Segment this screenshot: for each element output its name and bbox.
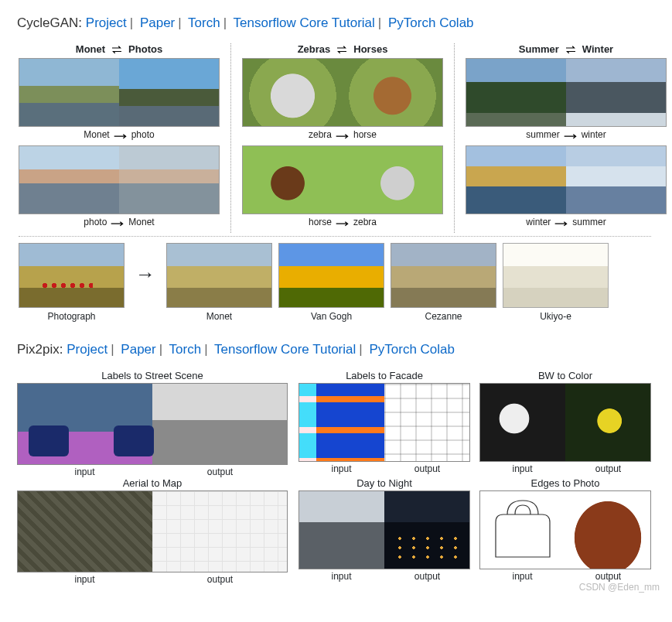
cg-col-monet: Monet Photos Monet photo photo Monet	[19, 43, 220, 233]
pair-monet-photo	[19, 58, 220, 127]
cyclegan-link-torch[interactable]: Torch	[188, 15, 220, 30]
io-label: output	[565, 571, 651, 582]
io-label: output	[152, 574, 288, 585]
cyclegan-link-project[interactable]: Project	[86, 15, 127, 30]
pix2pix-link-paper[interactable]: Paper	[121, 342, 155, 357]
cg-col-season: Summer Winter summer winter winter summe…	[466, 43, 667, 233]
cyclegan-link-paper[interactable]: Paper	[140, 15, 175, 30]
io-label: input	[17, 574, 152, 585]
io-label: input	[479, 463, 565, 474]
pix2pix-name: Pix2pix	[17, 342, 60, 357]
cap: zebra	[309, 129, 332, 140]
p2p-title: Aerial to Map	[123, 477, 182, 489]
io-label: input	[17, 466, 152, 477]
pix2pix-link-torch[interactable]: Torch	[169, 342, 202, 357]
p2p-aerial: Aerial to Map inputoutput	[17, 477, 288, 585]
cap: horse	[309, 217, 332, 227]
io-label: output	[384, 463, 470, 474]
p2p-day: Day to Night inputoutput	[298, 477, 470, 582]
swap-icon	[110, 45, 124, 54]
arrow-right-icon	[335, 131, 350, 138]
cg-head-a: Summer	[519, 43, 559, 55]
cg-head-b: Horses	[353, 43, 387, 55]
cap: winter	[526, 217, 551, 227]
p2p-title: Labels to Street Scene	[101, 370, 203, 381]
cg-head-a: Monet	[76, 43, 105, 55]
cap: winter	[582, 129, 606, 140]
p2p-title: Day to Night	[356, 477, 412, 489]
arrow-right-icon	[113, 131, 128, 138]
pix2pix-link-colab[interactable]: PyTorch Colab	[369, 342, 455, 357]
pair-photo-monet	[19, 145, 220, 214]
cg-col-zebra: Zebras Horses zebra horse horse zebra	[242, 43, 443, 233]
cyclegan-name: CycleGAN	[17, 15, 78, 30]
p2p-bw: BW to Color inputoutput	[479, 370, 651, 474]
p2p-title: Labels to Facade	[346, 370, 423, 381]
style-transfer-row: Photograph → Monet Van Gogh Cezanne Ukiy…	[19, 243, 651, 322]
pix2pix-link-project[interactable]: Project	[67, 342, 107, 357]
style-label: Ukiyo-e	[540, 311, 571, 322]
style-src-image	[19, 243, 125, 308]
cyclegan-link-tf[interactable]: Tensorflow Core Tutorial	[234, 15, 375, 30]
p2p-title: Edges to Photo	[531, 477, 600, 489]
io-label: input	[298, 463, 384, 474]
cap: Monet	[128, 217, 154, 227]
cap: summer	[572, 217, 605, 227]
arrow-right-icon	[563, 131, 578, 138]
cyclegan-link-colab[interactable]: PyTorch Colab	[388, 15, 474, 30]
p2p-title: BW to Color	[538, 370, 592, 381]
arrow-right-icon: →	[131, 262, 160, 303]
swap-icon	[335, 45, 349, 54]
cg-head-b: Winter	[582, 43, 613, 55]
arrow-right-icon	[554, 218, 569, 226]
p2p-edges: Edges to Photo inputoutput	[479, 477, 651, 582]
cap: photo	[84, 217, 107, 227]
io-label: input	[298, 571, 384, 582]
cap: photo	[131, 129, 155, 140]
p2p-street: Labels to Street Scene inputoutput	[17, 370, 288, 477]
pix2pix-figure: Labels to Street Scene inputoutput Aeria…	[17, 370, 651, 585]
cap: Monet	[84, 129, 109, 140]
arrow-right-icon	[110, 218, 125, 226]
arrow-right-icon	[335, 218, 350, 226]
pix2pix-link-tf[interactable]: Tensorflow Core Tutorial	[214, 342, 356, 357]
style-label: Van Gogh	[311, 311, 352, 322]
style-label: Cezanne	[425, 311, 462, 322]
style-label: Monet	[206, 311, 232, 322]
io-label: output	[152, 466, 288, 477]
swap-icon	[564, 45, 578, 54]
watermark: CSDN @Eden_mm	[579, 582, 660, 593]
cap: summer	[526, 129, 559, 140]
cg-head-b: Photos	[128, 43, 162, 55]
cyclegan-heading: CycleGAN: Project| Paper| Torch| Tensorf…	[17, 15, 655, 31]
io-label: output	[384, 571, 470, 582]
io-label: output	[565, 463, 651, 474]
pix2pix-heading: Pix2pix: Project| Paper| Torch| Tensorfl…	[17, 342, 655, 357]
cap: horse	[353, 129, 377, 140]
p2p-facade: Labels to Facade inputoutput	[298, 370, 470, 474]
style-src-label: Photograph	[47, 311, 95, 322]
cap: zebra	[353, 217, 377, 227]
cg-head-a: Zebras	[298, 43, 331, 55]
io-label: input	[479, 571, 565, 582]
edges-sketch	[480, 491, 565, 569]
cyclegan-figure: Monet Photos Monet photo photo Monet	[19, 43, 651, 322]
